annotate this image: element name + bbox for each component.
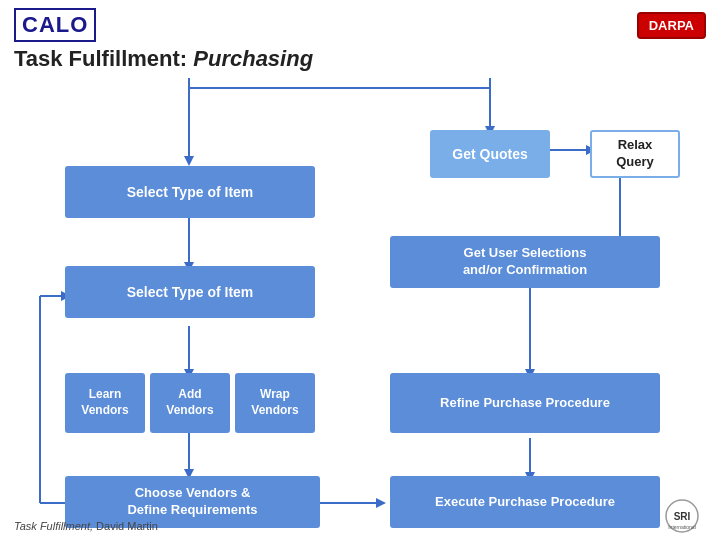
svg-marker-12 [376,498,386,508]
get-user-selections: Get User Selectionsand/or Confirmation [390,236,660,288]
svg-marker-18 [184,156,194,166]
relax-query: RelaxQuery [590,130,680,178]
header: CALO DARPA [0,0,720,46]
refine-purchase-procedure: Refine Purchase Procedure [390,373,660,433]
select-type-item-2: Select Type of Item [65,266,315,318]
page-title: Task Fulfillment: Purchasing [0,46,720,78]
sri-logo: SRI International [658,498,706,534]
execute-purchase-procedure: Execute Purchase Procedure [390,476,660,528]
svg-text:International: International [668,524,696,530]
learn-vendors: LearnVendors [65,373,145,433]
svg-text:SRI: SRI [674,511,691,522]
wrap-vendors: WrapVendors [235,373,315,433]
footer: Task Fulfillment, David Martin [14,520,158,532]
diagram: Select Type of Item Select Type of Item … [0,78,720,518]
get-quotes: Get Quotes [430,130,550,178]
calo-logo: CALO [14,8,96,42]
add-vendors: AddVendors [150,373,230,433]
darpa-logo: DARPA [637,12,706,39]
select-type-item-1: Select Type of Item [65,166,315,218]
